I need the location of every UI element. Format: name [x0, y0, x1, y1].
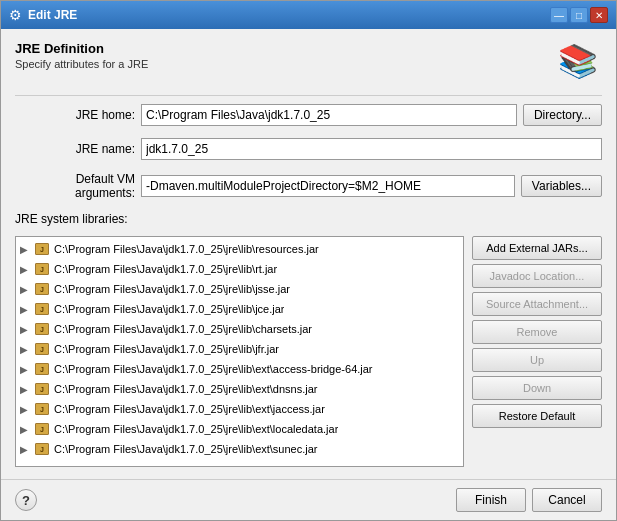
jre-home-row: JRE home: Directory...	[15, 104, 602, 126]
library-path: C:\Program Files\Java\jdk1.7.0_25\jre\li…	[54, 403, 325, 415]
jar-icon: J	[34, 302, 50, 316]
library-path: C:\Program Files\Java\jdk1.7.0_25\jre\li…	[54, 363, 373, 375]
vm-args-input[interactable]	[141, 175, 515, 197]
library-path: C:\Program Files\Java\jdk1.7.0_25\jre\li…	[54, 343, 279, 355]
section-subtitle: Specify attributes for a JRE	[15, 58, 554, 70]
libraries-list[interactable]: ▶JC:\Program Files\Java\jdk1.7.0_25\jre\…	[16, 237, 463, 466]
list-item[interactable]: ▶JC:\Program Files\Java\jdk1.7.0_25\jre\…	[16, 379, 463, 399]
list-item[interactable]: ▶JC:\Program Files\Java\jdk1.7.0_25\jre\…	[16, 279, 463, 299]
libraries-label: JRE system libraries:	[15, 212, 602, 226]
up-button[interactable]: Up	[472, 348, 602, 372]
main-content: JRE Definition Specify attributes for a …	[1, 29, 616, 479]
vm-args-label: Default VM arguments:	[15, 172, 135, 200]
variables-button[interactable]: Variables...	[521, 175, 602, 197]
list-item[interactable]: ▶JC:\Program Files\Java\jdk1.7.0_25\jre\…	[16, 239, 463, 259]
jar-icon: J	[34, 262, 50, 276]
vm-args-row: Default VM arguments: Variables...	[15, 172, 602, 200]
jre-home-input[interactable]	[141, 104, 517, 126]
library-path: C:\Program Files\Java\jdk1.7.0_25\jre\li…	[54, 243, 319, 255]
jar-icon: J	[34, 442, 50, 456]
expand-arrow-icon: ▶	[20, 364, 30, 375]
jar-icon: J	[34, 342, 50, 356]
jar-icon: J	[34, 322, 50, 336]
library-path: C:\Program Files\Java\jdk1.7.0_25\jre\li…	[54, 423, 338, 435]
title-bar-left: ⚙ Edit JRE	[9, 7, 77, 23]
library-path: C:\Program Files\Java\jdk1.7.0_25\jre\li…	[54, 443, 318, 455]
javadoc-location-button[interactable]: Javadoc Location...	[472, 264, 602, 288]
jre-icon: 📚	[554, 37, 602, 85]
expand-arrow-icon: ▶	[20, 244, 30, 255]
bottom-buttons: Finish Cancel	[456, 488, 602, 512]
expand-arrow-icon: ▶	[20, 284, 30, 295]
maximize-button[interactable]: □	[570, 7, 588, 23]
library-path: C:\Program Files\Java\jdk1.7.0_25\jre\li…	[54, 263, 277, 275]
source-attachment-button[interactable]: Source Attachment...	[472, 292, 602, 316]
jar-icon: J	[34, 242, 50, 256]
jre-name-label: JRE name:	[15, 142, 135, 156]
window-title: Edit JRE	[28, 8, 77, 22]
jar-icon: J	[34, 382, 50, 396]
library-path: C:\Program Files\Java\jdk1.7.0_25\jre\li…	[54, 383, 318, 395]
expand-arrow-icon: ▶	[20, 304, 30, 315]
remove-button[interactable]: Remove	[472, 320, 602, 344]
jre-home-label: JRE home:	[15, 108, 135, 122]
libraries-buttons: Add External JARs... Javadoc Location...…	[472, 236, 602, 467]
expand-arrow-icon: ▶	[20, 384, 30, 395]
list-item[interactable]: ▶JC:\Program Files\Java\jdk1.7.0_25\jre\…	[16, 299, 463, 319]
list-item[interactable]: ▶JC:\Program Files\Java\jdk1.7.0_25\jre\…	[16, 319, 463, 339]
list-item[interactable]: ▶JC:\Program Files\Java\jdk1.7.0_25\jre\…	[16, 399, 463, 419]
add-external-jars-button[interactable]: Add External JARs...	[472, 236, 602, 260]
expand-arrow-icon: ▶	[20, 404, 30, 415]
minimize-button[interactable]: —	[550, 7, 568, 23]
jar-icon: J	[34, 362, 50, 376]
library-path: C:\Program Files\Java\jdk1.7.0_25\jre\li…	[54, 323, 312, 335]
window: ⚙ Edit JRE — □ ✕ JRE Definition Specify …	[0, 0, 617, 521]
library-path: C:\Program Files\Java\jdk1.7.0_25\jre\li…	[54, 303, 284, 315]
restore-default-button[interactable]: Restore Default	[472, 404, 602, 428]
jre-name-input[interactable]	[141, 138, 602, 160]
cancel-button[interactable]: Cancel	[532, 488, 602, 512]
title-controls: — □ ✕	[550, 7, 608, 23]
header-text: JRE Definition Specify attributes for a …	[15, 41, 554, 74]
list-item[interactable]: ▶JC:\Program Files\Java\jdk1.7.0_25\jre\…	[16, 259, 463, 279]
expand-arrow-icon: ▶	[20, 424, 30, 435]
down-button[interactable]: Down	[472, 376, 602, 400]
libraries-area: ▶JC:\Program Files\Java\jdk1.7.0_25\jre\…	[15, 236, 602, 467]
jar-icon: J	[34, 402, 50, 416]
list-item[interactable]: ▶JC:\Program Files\Java\jdk1.7.0_25\jre\…	[16, 419, 463, 439]
help-button[interactable]: ?	[15, 489, 37, 511]
expand-arrow-icon: ▶	[20, 264, 30, 275]
directory-button[interactable]: Directory...	[523, 104, 602, 126]
header-area: JRE Definition Specify attributes for a …	[15, 41, 602, 85]
list-item[interactable]: ▶JC:\Program Files\Java\jdk1.7.0_25\jre\…	[16, 339, 463, 359]
jar-icon: J	[34, 422, 50, 436]
finish-button[interactable]: Finish	[456, 488, 526, 512]
list-item[interactable]: ▶JC:\Program Files\Java\jdk1.7.0_25\jre\…	[16, 439, 463, 459]
list-item[interactable]: ▶JC:\Program Files\Java\jdk1.7.0_25\jre\…	[16, 359, 463, 379]
section-title: JRE Definition	[15, 41, 554, 56]
jar-icon: J	[34, 282, 50, 296]
bottom-bar: ? Finish Cancel	[1, 479, 616, 520]
library-path: C:\Program Files\Java\jdk1.7.0_25\jre\li…	[54, 283, 290, 295]
expand-arrow-icon: ▶	[20, 324, 30, 335]
jre-name-row: JRE name:	[15, 138, 602, 160]
expand-arrow-icon: ▶	[20, 344, 30, 355]
title-bar: ⚙ Edit JRE — □ ✕	[1, 1, 616, 29]
libraries-list-container: ▶JC:\Program Files\Java\jdk1.7.0_25\jre\…	[15, 236, 464, 467]
expand-arrow-icon: ▶	[20, 444, 30, 455]
header-divider	[15, 95, 602, 96]
close-button[interactable]: ✕	[590, 7, 608, 23]
window-icon: ⚙	[9, 7, 22, 23]
